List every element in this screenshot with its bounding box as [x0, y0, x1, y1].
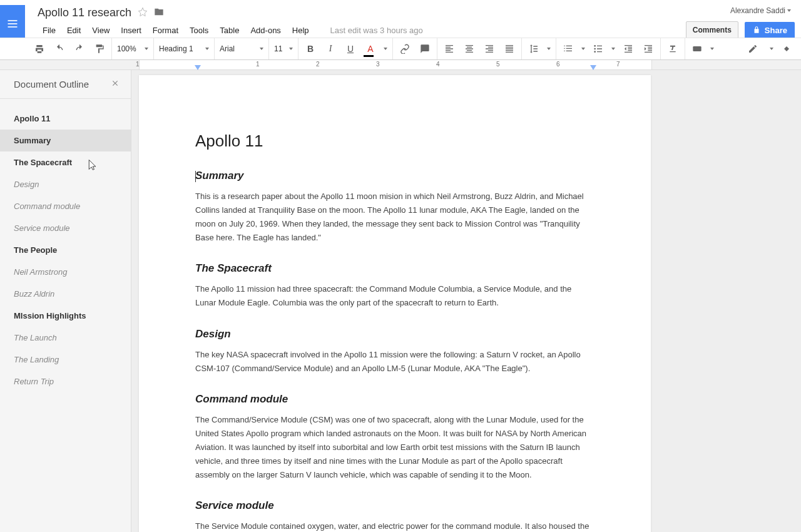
- workspace: Document Outline Apollo 11SummaryThe Spa…: [0, 70, 801, 532]
- document-canvas[interactable]: Apollo 11 SummaryThis is a research pape…: [131, 70, 801, 532]
- toolbar: 100% Heading 1 Arial 11 B I U A: [0, 38, 801, 60]
- menu-insert[interactable]: Insert: [116, 23, 146, 38]
- print-icon[interactable]: [33, 42, 46, 56]
- svg-rect-2: [8, 26, 18, 28]
- redo-icon[interactable]: [73, 42, 86, 56]
- svg-rect-6: [693, 46, 701, 51]
- last-edit-label: Last edit was 3 hours ago: [330, 26, 423, 35]
- share-button[interactable]: Share: [745, 22, 795, 39]
- close-icon[interactable]: [111, 79, 120, 90]
- align-right-icon[interactable]: [482, 42, 496, 56]
- italic-icon[interactable]: I: [324, 42, 337, 56]
- ruler-tick: 6: [556, 61, 560, 68]
- ruler-tick: 1: [256, 61, 260, 68]
- titlebar: Apollo 11 research FileEditViewInsertFor…: [0, 0, 801, 38]
- align-left-icon[interactable]: [442, 42, 456, 56]
- menu-bar: FileEditViewInsertFormatToolsTableAdd-on…: [38, 23, 686, 38]
- paragraph[interactable]: The Command/Service Module (CSM) was one…: [195, 413, 594, 482]
- svg-rect-0: [8, 20, 18, 21]
- outline-item[interactable]: The People: [0, 239, 131, 261]
- comments-button[interactable]: Comments: [686, 21, 738, 39]
- paragraph[interactable]: The Service Module contained oxygen, wat…: [195, 519, 594, 532]
- document-title[interactable]: Apollo 11 research: [38, 6, 131, 19]
- paint-format-icon[interactable]: [93, 42, 106, 56]
- line-spacing-icon[interactable]: [527, 42, 541, 56]
- menu-format[interactable]: Format: [148, 23, 183, 38]
- svg-point-3: [594, 45, 596, 47]
- horizontal-ruler[interactable]: 11234567: [0, 60, 801, 70]
- heading-2[interactable]: Summary: [195, 170, 594, 182]
- undo-icon[interactable]: [53, 42, 66, 56]
- docs-app-icon[interactable]: [0, 5, 25, 43]
- font-size-select[interactable]: 11: [274, 44, 293, 53]
- align-justify-icon[interactable]: [503, 42, 516, 56]
- ruler-tick: 7: [616, 61, 620, 68]
- ruler-tick: 4: [436, 61, 440, 68]
- heading-1[interactable]: Apollo 11: [195, 131, 594, 151]
- heading-2[interactable]: The Spacecraft: [195, 262, 594, 275]
- input-tools-icon[interactable]: [690, 42, 704, 56]
- clear-format-icon[interactable]: [666, 42, 680, 56]
- outline-panel: Document Outline Apollo 11SummaryThe Spa…: [0, 70, 131, 532]
- outline-title: Document Outline: [14, 79, 89, 90]
- ruler-tick: 5: [496, 61, 500, 68]
- menu-help[interactable]: Help: [287, 23, 314, 38]
- folder-icon[interactable]: [154, 7, 164, 19]
- heading-2[interactable]: Command module: [195, 393, 594, 406]
- menu-file[interactable]: File: [38, 23, 61, 38]
- lock-icon: [752, 26, 761, 34]
- align-center-icon[interactable]: [462, 42, 476, 56]
- ruler-tick: 1: [136, 61, 140, 68]
- outline-item[interactable]: Summary: [0, 130, 131, 151]
- star-icon[interactable]: [138, 7, 148, 19]
- outline-list: Apollo 11SummaryThe SpacecraftDesignComm…: [0, 108, 131, 392]
- svg-point-5: [594, 51, 596, 53]
- bold-icon[interactable]: B: [304, 42, 317, 56]
- editing-mode-icon[interactable]: [746, 42, 760, 56]
- paragraph[interactable]: The Apollo 11 mission had three spacecra…: [195, 282, 594, 310]
- menu-tools[interactable]: Tools: [185, 23, 213, 38]
- outline-item[interactable]: Design: [0, 173, 131, 195]
- outline-item[interactable]: The Spacecraft: [0, 151, 131, 173]
- outline-item[interactable]: Buzz Aldrin: [0, 283, 131, 305]
- indent-marker-right[interactable]: [590, 65, 596, 70]
- user-menu[interactable]: Alexandre Saddi: [730, 6, 791, 15]
- ruler-tick: 2: [316, 61, 320, 68]
- comment-icon[interactable]: [418, 42, 432, 56]
- indent-marker-left[interactable]: [195, 65, 201, 70]
- menu-add-ons[interactable]: Add-ons: [245, 23, 285, 38]
- paragraph[interactable]: The key NASA spacecraft involved in the …: [195, 348, 594, 376]
- svg-point-4: [594, 48, 596, 50]
- heading-2[interactable]: Service module: [195, 499, 594, 512]
- outline-item[interactable]: Command module: [0, 195, 131, 217]
- font-select[interactable]: Arial: [220, 44, 263, 53]
- bullet-list-icon[interactable]: [591, 42, 605, 56]
- underline-icon[interactable]: U: [344, 42, 357, 56]
- text-cursor: [195, 171, 196, 182]
- outline-item[interactable]: Service module: [0, 217, 131, 239]
- outline-item[interactable]: Neil Armstrong: [0, 261, 131, 283]
- outdent-icon[interactable]: [621, 42, 635, 56]
- outline-item[interactable]: MIssion Highlights: [0, 305, 131, 327]
- hide-menus-icon[interactable]: [780, 42, 793, 56]
- ruler-tick: 3: [376, 61, 380, 68]
- mouse-cursor: [86, 159, 97, 170]
- outline-item[interactable]: The Launch: [0, 327, 131, 349]
- paragraph[interactable]: This is a research paper about the Apoll…: [195, 190, 594, 245]
- indent-icon[interactable]: [641, 42, 655, 56]
- page[interactable]: Apollo 11 SummaryThis is a research pape…: [139, 75, 651, 532]
- menu-view[interactable]: View: [87, 23, 115, 38]
- heading-2[interactable]: Design: [195, 328, 594, 340]
- link-icon[interactable]: [398, 42, 412, 56]
- text-color-icon[interactable]: A: [364, 42, 377, 56]
- outline-item[interactable]: Apollo 11: [0, 108, 131, 130]
- numbered-list-icon[interactable]: [561, 42, 575, 56]
- menu-table[interactable]: Table: [215, 23, 244, 38]
- paragraph-style-select[interactable]: Heading 1: [159, 44, 209, 53]
- zoom-select[interactable]: 100%: [117, 44, 148, 53]
- menu-edit[interactable]: Edit: [62, 23, 86, 38]
- outline-item[interactable]: The Landing: [0, 349, 131, 371]
- svg-rect-1: [8, 23, 18, 24]
- outline-item[interactable]: Return Trip: [0, 371, 131, 392]
- share-label: Share: [765, 26, 787, 35]
